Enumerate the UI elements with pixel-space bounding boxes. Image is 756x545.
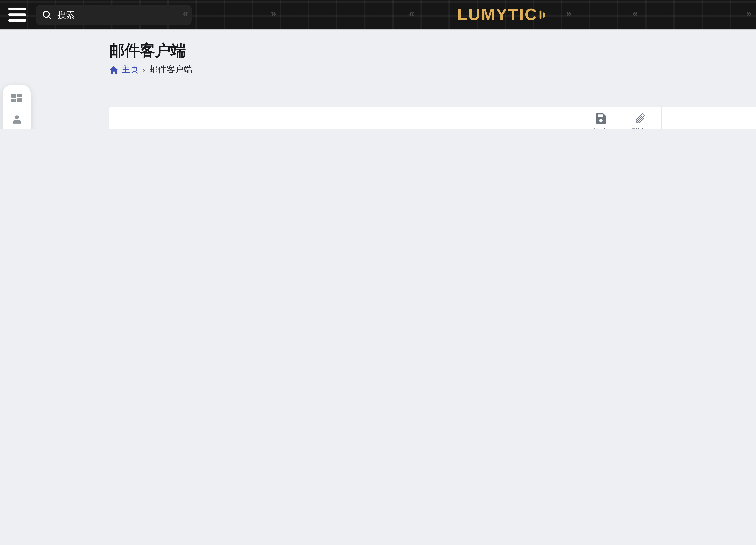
page-header: 邮件客户端 主页 › 邮件客户端 bbox=[109, 40, 756, 75]
attach-button-label: 附加 bbox=[632, 126, 648, 129]
header-pattern-glyph: » bbox=[566, 8, 571, 19]
composer-toolbar: 保存 附加 bbox=[109, 107, 661, 129]
search-input[interactable] bbox=[56, 9, 185, 20]
breadcrumb: 主页 › 邮件客户端 bbox=[109, 64, 756, 75]
search-icon bbox=[42, 10, 52, 19]
sidebar-item-contacts[interactable] bbox=[11, 114, 23, 126]
home-icon bbox=[109, 65, 118, 74]
breadcrumb-separator: › bbox=[142, 65, 145, 74]
attach-button[interactable]: 附加 bbox=[626, 112, 655, 129]
person-icon bbox=[11, 114, 22, 125]
menu-toggle-button[interactable] bbox=[8, 8, 26, 22]
dashboard-grid-icon bbox=[11, 93, 22, 103]
breadcrumb-home-label: 主页 bbox=[121, 64, 139, 75]
options-panel-title: 选项和附件 bbox=[662, 107, 756, 129]
header-pattern-glyph: » bbox=[746, 8, 752, 19]
header-pattern-glyph: « bbox=[409, 8, 414, 19]
signal-bars-icon bbox=[540, 11, 545, 19]
floppy-save-icon bbox=[595, 112, 607, 124]
header-pattern-glyph: » bbox=[271, 8, 276, 19]
save-button-label: 保存 bbox=[592, 126, 609, 129]
top-navbar: « » « » « » LUMYTIC T bbox=[0, 0, 756, 29]
save-button[interactable]: 保存 bbox=[586, 112, 615, 129]
brand-logo-text: LUMYTIC bbox=[457, 5, 538, 25]
brand-logo: LUMYTIC bbox=[457, 5, 545, 25]
mail-composer-card: 保存 附加 发件人 用户@您的域名.com 收件人 bbox=[109, 107, 756, 129]
composer-form: 保存 附加 发件人 用户@您的域名.com 收件人 bbox=[109, 107, 661, 129]
header-pattern-glyph: « bbox=[632, 8, 638, 19]
sidebar-item-dashboard[interactable] bbox=[11, 92, 23, 104]
breadcrumb-home-link[interactable]: 主页 bbox=[109, 64, 139, 75]
breadcrumb-current: 邮件客户端 bbox=[149, 64, 192, 75]
options-attachments-panel: 选项和附件 上传附件最大不超过 2.0 MB 添加附件 bbox=[661, 107, 756, 129]
global-search[interactable] bbox=[36, 5, 192, 25]
page-title: 邮件客户端 bbox=[109, 40, 756, 61]
icon-sidebar bbox=[3, 85, 31, 129]
app-root: « » « » « » LUMYTIC T bbox=[0, 0, 756, 129]
paperclip-icon bbox=[634, 112, 646, 124]
